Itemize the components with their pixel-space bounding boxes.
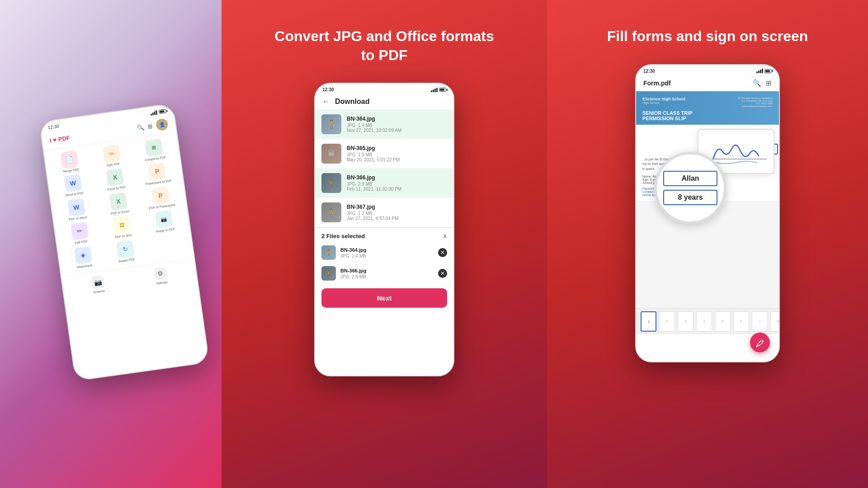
- grid-icon-right[interactable]: ⊞: [766, 79, 772, 87]
- file-thumb-3: 🚶: [321, 173, 341, 193]
- file-info-2: BN-365.jpg JPG 1.9 MB May 20, 2021, 5:01…: [347, 145, 447, 162]
- file-item-2[interactable]: 🏛 BN-365.jpg JPG 1.9 MB May 20, 2021, 5:…: [315, 139, 453, 169]
- status-icons-middle: [431, 88, 446, 92]
- battery-middle: [439, 88, 446, 92]
- pdf-to-jpg-icon: 🖼: [113, 216, 131, 235]
- fab-sign-button[interactable]: [750, 333, 770, 352]
- thumb-icon-2: 🏛: [328, 150, 335, 158]
- file-info-3: BN-366.jpg JPG 2.9 MB Feb 11, 2021, 11:3…: [347, 174, 447, 192]
- search-icon[interactable]: 🔍: [137, 124, 145, 131]
- school-address: El Dorado Science Academy V.J. Anyplace …: [738, 97, 773, 108]
- pdf-to-word-label: PDF to Word: [69, 216, 87, 222]
- excel-to-pdf-icon: X: [106, 168, 124, 187]
- file-meta-2: JPG 1.9 MB May 20, 2021, 5:01:22 PM: [347, 152, 447, 162]
- pdf-to-excel-icon: X: [109, 192, 128, 211]
- next-button[interactable]: Next: [321, 288, 447, 308]
- tools-grid: 📄 Merge PDF ✂ Split PDF ⊞ Compress PDF W…: [44, 132, 194, 275]
- remove-button-1[interactable]: ✕: [438, 248, 447, 257]
- tool-settings[interactable]: ⚙ Settings: [153, 266, 168, 286]
- magnifier: Allan 8 years: [654, 152, 726, 224]
- ppt-to-pdf-icon: P: [148, 162, 166, 181]
- header-icons-left: 🔍 ⊞ 👤: [136, 118, 169, 134]
- tool-rotate-pdf[interactable]: ↻ Rotate PDF: [104, 238, 147, 265]
- tool-excel-to-pdf[interactable]: X Excel to PDF: [94, 167, 137, 193]
- tool-pdf-to-ppt[interactable]: P PDF to Powerpoint: [140, 184, 182, 211]
- middle-title: Convert JPG and Office formats to PDF: [271, 27, 497, 65]
- search-icon-right[interactable]: 🔍: [753, 79, 761, 87]
- file-item-1[interactable]: 🧍 BN-364.jpg JPG 1.4 MB Nov 27, 2021, 10…: [315, 110, 453, 139]
- thumb-person-1: 🧍: [326, 119, 336, 129]
- thumb-page-5[interactable]: 5: [715, 311, 731, 332]
- sel-info-1: BN-364.jpg JPG 1.4 MB: [340, 247, 434, 258]
- tool-merge-pdf[interactable]: 📄 Merge PDF: [49, 149, 91, 175]
- sel-info-2: BN-366.jpg JPG 2.9 MB: [340, 268, 434, 279]
- right-title: Fill forms and sign on screen: [607, 27, 808, 46]
- form-blue-header: EScience High School High School El Dora…: [636, 91, 779, 125]
- sel-meta-2: JPG 2.9 MB: [340, 274, 434, 279]
- word-to-pdf-icon: W: [64, 174, 82, 192]
- selected-header: 2 Files selected ∧: [315, 228, 453, 242]
- thumbnail-strip: 1 2 3 4 5 6 7 8: [636, 308, 779, 334]
- pdf-to-excel-label: PDF to Excel: [111, 209, 130, 216]
- tool-watermark[interactable]: ◈ Watermark: [62, 244, 105, 271]
- settings-icon: ⚙: [153, 266, 168, 281]
- tool-pdf-to-excel[interactable]: X PDF to Excel: [98, 191, 140, 217]
- tool-ppt-to-pdf[interactable]: P Powerpoint to PDF: [137, 161, 179, 188]
- sel-thumb-1: 🧍: [321, 245, 336, 260]
- scanner-label: Scanner: [93, 289, 105, 295]
- thumb-page-8[interactable]: 8: [770, 311, 779, 332]
- thumb-page-1[interactable]: 1: [641, 311, 656, 332]
- chevron-up-icon[interactable]: ∧: [443, 232, 447, 239]
- sel-thumb-2: 🚶: [321, 266, 336, 281]
- thumb-page-2[interactable]: 2: [659, 311, 675, 332]
- file-name-3: BN-366.jpg: [347, 174, 447, 181]
- watermark-icon: ◈: [74, 246, 92, 264]
- remove-button-2[interactable]: ✕: [438, 269, 447, 278]
- field-name-value[interactable]: Allan: [663, 171, 717, 186]
- file-meta-4: JPG 1.2 MB Jan 27, 2021, 4:57:04 PM: [347, 211, 447, 221]
- battery-icon: [159, 109, 166, 114]
- status-icons-right: [756, 69, 772, 73]
- file-item-4[interactable]: 🧍 BN-367.jpg JPG 1.2 MB Jan 27, 2021, 4:…: [315, 198, 453, 227]
- tool-pdf-to-word[interactable]: W PDF to Word: [56, 197, 98, 223]
- tool-split-pdf[interactable]: ✂ Split PDF: [91, 143, 133, 169]
- file-meta-1: JPG 1.4 MB Nov 27, 2021, 10:02:09 AM: [347, 123, 447, 133]
- tool-scanner[interactable]: 📷 Scanner: [91, 275, 106, 295]
- file-info-1: BN-364.jpg JPG 1.4 MB Nov 27, 2021, 10:0…: [347, 116, 447, 133]
- rotate-pdf-label: Rotate PDF: [118, 257, 135, 263]
- tool-word-to-pdf[interactable]: W Word to PDF: [52, 173, 94, 199]
- merge-pdf-icon: 📄: [61, 150, 79, 169]
- selected-panel: 2 Files selected ∧ 🧍 BN-364.jpg JPG 1.4 …: [315, 227, 453, 312]
- split-pdf-label: Split PDF: [106, 162, 120, 167]
- time-left: 12:30: [47, 123, 59, 130]
- form-title: Form.pdf: [643, 80, 671, 87]
- signal-middle: [431, 88, 438, 92]
- logo-i: I: [49, 137, 52, 144]
- thumb-page-7[interactable]: 7: [752, 311, 768, 332]
- tool-empty-1: [146, 232, 189, 259]
- thumb-page-3[interactable]: 3: [678, 311, 693, 332]
- rotate-pdf-icon: ↻: [116, 240, 135, 258]
- thumb-icon-3: 🚶: [327, 179, 336, 188]
- tool-image-to-pdf[interactable]: 📷 Image to PDF: [143, 208, 185, 235]
- thumb-page-4[interactable]: 4: [696, 311, 712, 332]
- image-to-pdf-icon: 📷: [155, 210, 173, 229]
- app-logo: I ♥ PDF: [49, 134, 71, 144]
- selected-file-1: 🧍 BN-364.jpg JPG 1.4 MB ✕: [315, 242, 453, 263]
- tool-compress-pdf[interactable]: ⊞ Compress PDF: [133, 137, 175, 164]
- file-name-2: BN-365.jpg: [347, 145, 447, 151]
- avatar[interactable]: 👤: [156, 118, 169, 131]
- tool-pdf-to-jpg[interactable]: 🖼 PDF to JPG: [101, 214, 143, 241]
- file-item-3[interactable]: 🚶 BN-366.jpg JPG 2.9 MB Feb 11, 2021, 11…: [315, 169, 453, 198]
- trip-title: SENIOR CLASS TRIPPERMISSION SLIP: [642, 110, 773, 121]
- tool-edit-pdf[interactable]: ✏ Edit PDF: [59, 220, 101, 247]
- thumb-page-6[interactable]: 6: [733, 311, 749, 332]
- grid-icon[interactable]: ⊞: [147, 122, 153, 130]
- split-pdf-icon: ✂: [103, 144, 121, 163]
- compress-pdf-label: Compress PDF: [144, 155, 166, 162]
- ppt-to-pdf-label: Powerpoint to PDF: [146, 179, 172, 186]
- avatar-icon: 👤: [159, 122, 165, 127]
- merge-pdf-label: Merge PDF: [63, 168, 80, 174]
- field-age-value[interactable]: 8 years: [663, 190, 717, 205]
- back-button[interactable]: ←: [322, 98, 330, 106]
